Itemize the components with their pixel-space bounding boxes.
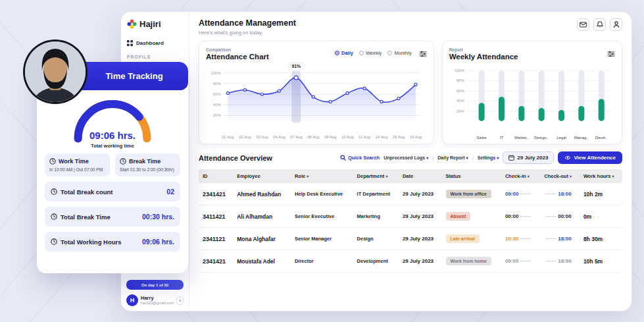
cell-id: 2341421 — [199, 250, 233, 273]
dash-separator — [520, 216, 530, 217]
hajiri-logo-icon — [127, 19, 137, 29]
chart-filter-button[interactable] — [419, 47, 427, 60]
cell-status: Absent — [442, 205, 501, 228]
cell-id: 2341421 — [199, 183, 233, 205]
view-attendance-button[interactable]: View Attendence — [558, 151, 622, 164]
table-row[interactable]: 2341121Mona AlghafarSenior ManagerDesign… — [199, 228, 622, 250]
table-row[interactable]: 2341421Ahmed RashdanHelp Desk ExecutiveI… — [199, 183, 622, 205]
date-picker[interactable]: 29 July 2023 — [503, 151, 554, 164]
break-time-card: Break Time Start 01:30 to 2:00 (00:30hr) — [115, 153, 180, 176]
column-header-work-hours[interactable]: Work hours ▾ — [580, 169, 622, 183]
cell-date: 29 July 2023 — [399, 228, 442, 250]
chevron-down-icon: ▾ — [426, 155, 428, 160]
svg-text:11 Aug: 11 Aug — [359, 135, 370, 139]
column-header-department[interactable]: Department ▾ — [353, 169, 399, 183]
tt-stat-label: Total Break Time — [61, 213, 111, 221]
sidebar-item-dashboard[interactable]: Dashboard — [127, 40, 183, 46]
page-title: Attendance Management — [199, 18, 296, 28]
svg-text:20%: 20% — [213, 113, 222, 117]
sidebar-section-profile: PROFILE — [127, 55, 183, 59]
column-header-check-out[interactable]: Check-out ▾ — [540, 169, 580, 183]
menu-daily-report[interactable]: Daily Report ▾ — [437, 155, 468, 160]
svg-text:80%: 80% — [213, 82, 222, 86]
mail-button[interactable] — [577, 18, 589, 31]
svg-text:Market..: Market.. — [514, 136, 529, 140]
separator: | — [432, 155, 433, 161]
day-progress: On day 1 of 30 — [126, 280, 184, 290]
dash-separator — [546, 261, 556, 261]
range-option-daily[interactable]: Daily — [335, 50, 353, 56]
svg-text:Sales: Sales — [476, 136, 486, 140]
status-badge: Work from home — [446, 257, 492, 265]
work-time-value: In 10:00 AM | Out 07:00 PM — [49, 167, 105, 172]
column-header-check-in[interactable]: Check-in ▾ — [501, 169, 540, 183]
dash-separator — [520, 238, 530, 239]
range-option-weekly[interactable]: Weekly — [359, 50, 382, 56]
menu-settings[interactable]: Settings ▾ — [478, 155, 499, 160]
column-header-id: ID — [199, 169, 233, 183]
quick-search-button[interactable]: Quick Search — [340, 155, 380, 161]
header-actions — [577, 18, 622, 31]
svg-text:40%: 40% — [213, 103, 222, 107]
svg-text:15 Aug: 15 Aug — [393, 135, 405, 139]
report-filter-button[interactable] — [607, 47, 615, 60]
svg-text:IT: IT — [499, 136, 503, 140]
radio-icon — [359, 51, 364, 55]
sidebar-user[interactable]: H Harry har123@gmail.com › — [126, 294, 184, 306]
cell-check-out: 18:00 — [540, 228, 580, 250]
chevron-down-icon: ▾ — [466, 155, 468, 160]
cell-date: 29 July 2023 — [399, 250, 442, 273]
svg-text:09 Aug: 09 Aug — [324, 135, 336, 139]
cell-work-hours: 10h 2m — [580, 183, 622, 205]
user-menu-chevron[interactable]: › — [176, 296, 184, 305]
column-header-role[interactable]: Role ▾ — [291, 169, 353, 183]
cell-status: Work from office — [442, 183, 501, 205]
svg-text:Design..: Design.. — [534, 136, 549, 140]
work-time-label: Work Time — [59, 158, 89, 165]
eye-icon — [564, 155, 571, 160]
total-time-label: Total working time — [37, 143, 188, 149]
cell-employee: Mona Alghafar — [233, 228, 291, 250]
svg-text:02 Aug: 02 Aug — [239, 135, 251, 139]
sidebar-footer: On day 1 of 30 H Harry har123@gmail.com … — [126, 280, 184, 306]
app-window: Hajiri Dashboard PROFILE On day 1 of 30 … — [120, 11, 632, 311]
brand-name: Hajiri — [139, 19, 161, 29]
column-header-employee: Employee — [233, 169, 291, 183]
dash-separator — [546, 238, 556, 239]
user-name: Harry — [141, 295, 174, 301]
cell-employee: Moustafa Adel — [233, 250, 291, 273]
user-avatar: H — [126, 294, 138, 306]
separator: | — [472, 155, 474, 161]
time-tracking-rows: Total Break count02Total Break Time00:30… — [37, 182, 188, 252]
svg-text:14 Aug: 14 Aug — [376, 135, 387, 139]
date-value: 29 July 2023 — [517, 155, 548, 161]
cell-role: Senior Manager — [291, 228, 353, 250]
menu-unprocessed-logs[interactable]: Unprocessed Logs ▾ — [384, 155, 428, 160]
report-title: Weekly Attendance — [449, 53, 518, 61]
table-row[interactable]: 3411421Ali AlhamdanSenior ExecutiveMarke… — [199, 205, 622, 228]
tt-stat-value: 02 — [166, 188, 174, 196]
page-header: Attendance Management Here's what's goin… — [199, 18, 622, 36]
report-eyebrow: Report — [449, 47, 518, 52]
attendance-table: IDEmployeeRole ▾Department ▾DateStatusCh… — [199, 169, 622, 273]
search-icon — [340, 155, 346, 161]
notifications-button[interactable] — [593, 18, 606, 31]
cell-status: Late arrival — [442, 228, 501, 250]
range-option-monthly[interactable]: Monthly — [387, 50, 411, 56]
cell-id: 2341121 — [199, 228, 233, 250]
brand-logo[interactable]: Hajiri — [127, 19, 183, 29]
tt-stat-value: 09:06 hrs. — [142, 238, 174, 246]
dash-separator — [520, 194, 530, 194]
break-time-value: Start 01:30 to 2:00 (00:30hr) — [120, 167, 176, 172]
break-time-label: Break Time — [129, 158, 161, 165]
overview-title: Attendance Overview — [199, 154, 272, 162]
profile-button[interactable] — [610, 18, 622, 31]
tt-stat-row: Total Break Time00:30 hrs. — [45, 207, 180, 227]
svg-text:40%: 40% — [457, 99, 465, 103]
table-row[interactable]: 2341421Moustafa AdelDirectorDevelopment2… — [199, 250, 622, 273]
svg-text:03 Aug: 03 Aug — [256, 135, 268, 139]
cell-department: Development — [353, 250, 399, 273]
svg-text:100%: 100% — [211, 71, 222, 75]
attendance-table-body: 2341421Ahmed RashdanHelp Desk ExecutiveI… — [199, 183, 622, 273]
dash-separator — [546, 194, 556, 194]
